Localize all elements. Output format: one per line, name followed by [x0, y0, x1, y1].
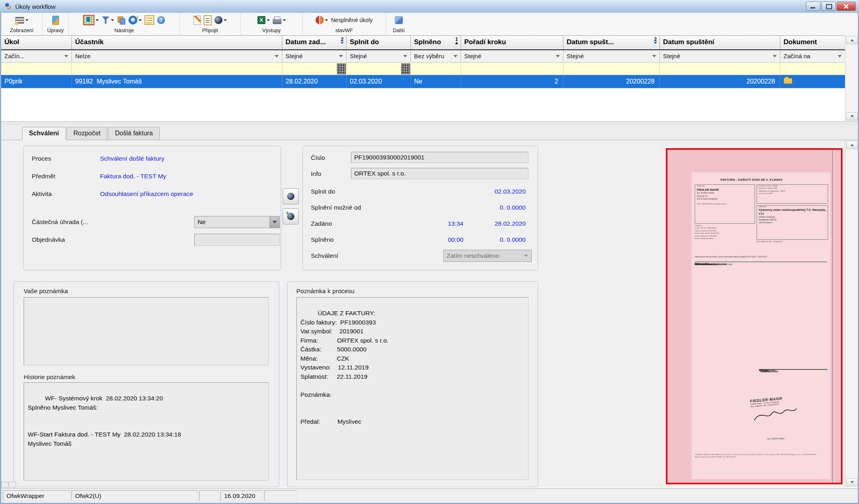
cislo-value: PF190003930002019001 [354, 154, 424, 161]
filter-button[interactable] [101, 15, 115, 25]
document-add-button[interactable] [283, 208, 299, 224]
scroll-up-button[interactable] [846, 141, 858, 149]
grid-vertical-scrollbar[interactable] [845, 35, 858, 121]
sort-desc-icon [341, 42, 344, 44]
print-button[interactable] [272, 16, 287, 24]
splneni-mozne-label: Splnění možné od [311, 204, 361, 211]
panel-vertical-scrollbar[interactable] [845, 140, 858, 487]
invoice-page: FAKTURA - DAŇOVÝ DOKLAD č. K130844 Dodav… [692, 172, 830, 479]
combo-dropdown-button[interactable] [269, 216, 280, 228]
item-total: 6.83 [695, 262, 698, 267]
document-view-button[interactable] [283, 188, 299, 204]
scroll-down-button[interactable] [846, 112, 858, 120]
disc-icon [214, 16, 222, 24]
toolbar-group-label: Další [393, 27, 405, 34]
filter-splneno[interactable]: Bez výběru [411, 50, 461, 62]
attach-document-button[interactable] [214, 16, 228, 24]
table-row-selected[interactable]: P0prik 99182 Myslivec Tomáš 28.02.2020 0… [1, 75, 858, 88]
history-button[interactable] [128, 15, 143, 25]
chevron-down-icon [224, 19, 227, 21]
invoice-preview[interactable]: FAKTURA - DAŇOVÝ DOKLAD č. K130844 Dodav… [666, 148, 843, 484]
proces-value: Schválení došlé faktury [100, 155, 164, 162]
cislo-field[interactable]: PF190003930002019001 [351, 152, 528, 163]
wf-state-button[interactable]: Nesplněné úkoly [315, 16, 373, 24]
calendar-button[interactable] [401, 63, 410, 74]
search-cell[interactable] [1, 63, 72, 75]
filter-datum-spusteni[interactable]: Stejné [660, 50, 780, 62]
grid-settings-button[interactable] [82, 14, 100, 26]
castecna-uhrada-label: Částečná úhrada (... [32, 218, 88, 226]
column-header-datum-spust[interactable]: Datum spušt... 2 [563, 36, 660, 49]
info-field[interactable]: ORTEX spol. s r.o. [351, 168, 528, 179]
filter-ukol[interactable]: Začín... [1, 50, 72, 62]
document-folder-icon[interactable] [784, 78, 792, 84]
close-button[interactable] [837, 2, 856, 11]
wf-state-value: Nesplněné úkoly [331, 17, 373, 23]
column-header-dokument[interactable]: Dokument [780, 36, 845, 49]
tab-schvaleni[interactable]: Schválení [22, 127, 66, 140]
invoice-buyer-box: Odběratel: Výzkumný ústav vodohospodářsk… [757, 205, 828, 240]
help-button[interactable] [156, 16, 166, 24]
search-cell[interactable] [563, 63, 660, 75]
column-header-ucastnik[interactable]: Účastník [72, 36, 282, 49]
scroll-down-button[interactable] [846, 478, 858, 486]
column-header-datum-zadani[interactable]: Datum zad... 2 [282, 36, 347, 49]
column-header-ukol[interactable]: Úkol [1, 36, 72, 49]
filter-poradi-kroku[interactable]: Stejné [461, 50, 563, 62]
options-button[interactable] [144, 15, 155, 25]
view-menu-button[interactable] [14, 16, 29, 24]
search-cell[interactable] [660, 63, 780, 75]
scroll-up-button[interactable] [846, 36, 858, 44]
column-header-datum-spusteni[interactable]: Datum spuštění [660, 36, 780, 49]
tab-dosla-faktura[interactable]: Došlá faktura [108, 127, 159, 140]
copy-button[interactable] [116, 15, 127, 25]
edit-button[interactable] [51, 15, 60, 25]
calendar-button[interactable] [337, 63, 346, 74]
search-cell[interactable] [780, 63, 845, 75]
search-cell[interactable] [282, 63, 347, 75]
attach-note-button[interactable] [193, 15, 202, 25]
supplier-street: Gréorova 18 [695, 195, 755, 198]
status-cell-module: Ofwk2(U) [71, 490, 198, 501]
task-detail-groupbox: Číslo PF190003930002019001 Info ORTEX sp… [302, 146, 538, 270]
search-cell[interactable] [411, 63, 461, 75]
column-header-splneno[interactable]: Splněno 1 [411, 36, 461, 49]
filter-ucastnik[interactable]: Nelze [72, 50, 282, 62]
attach-list-button[interactable] [203, 15, 212, 26]
grid-filter-row: Začín... Nelze Stejné Stejné Bez výběru … [1, 50, 858, 63]
poznamka-k-procesu-textarea[interactable]: ÚDAJE Z FAKTURY: Číslo faktury: PF190003… [296, 297, 528, 480]
aktivita-value: Odsouhlasení příkazcem operace [100, 190, 193, 198]
more-actions-button[interactable] [394, 16, 404, 24]
cell-poradi-kroku: 2 [461, 75, 563, 88]
castecna-uhrada-combo[interactable]: Ne [194, 216, 280, 228]
column-header-splnit-do[interactable]: Splnit do [347, 36, 411, 49]
supplier-label: Dodavatel: [695, 185, 755, 187]
vase-poznamka-textarea[interactable] [24, 297, 269, 365]
search-cell[interactable] [461, 63, 563, 75]
document-disc-icon [287, 193, 294, 200]
filter-datum-spust[interactable]: Stejné [563, 50, 660, 62]
schvaleni-combo[interactable]: Zatím neschváleno [443, 250, 532, 262]
close-icon [837, 2, 855, 10]
column-header-poradi-kroku[interactable]: Pořadí kroku [461, 36, 563, 49]
arrow-up-icon [851, 144, 854, 146]
filter-datum-zadani[interactable]: Stejné [282, 50, 347, 62]
tab-rozpocet[interactable]: Rozpočet [67, 127, 108, 140]
invoice-supplier-box: Dodavatel: FIEDLER-MAGR Ing. Jindřich Fi… [695, 184, 755, 224]
chevron-down-icon [96, 19, 99, 21]
search-cell[interactable] [72, 63, 282, 75]
minimize-button[interactable] [806, 2, 820, 11]
objednavka-field[interactable] [194, 234, 280, 246]
filter-dokument[interactable]: Začíná na [780, 50, 845, 62]
search-cell[interactable] [347, 63, 411, 75]
app-window: Úkoly workflow Zobrazení Úpravy [0, 0, 859, 504]
vase-poznamka-label: Vaše poznámka [24, 288, 68, 295]
export-excel-button[interactable] [257, 16, 271, 24]
horizontal-scrollbar-fragment[interactable] [1, 482, 16, 487]
filter-splnit-do[interactable]: Stejné [347, 50, 411, 62]
maximize-button[interactable] [821, 2, 836, 11]
status-cell-date: 16.09.2020 [220, 490, 263, 501]
historie-textarea[interactable]: WF- Systémový krok 28.02.2020 13:34:20 S… [24, 382, 269, 481]
app-logo-icon [4, 2, 12, 10]
historie-label: Historie poznámek [24, 373, 75, 381]
